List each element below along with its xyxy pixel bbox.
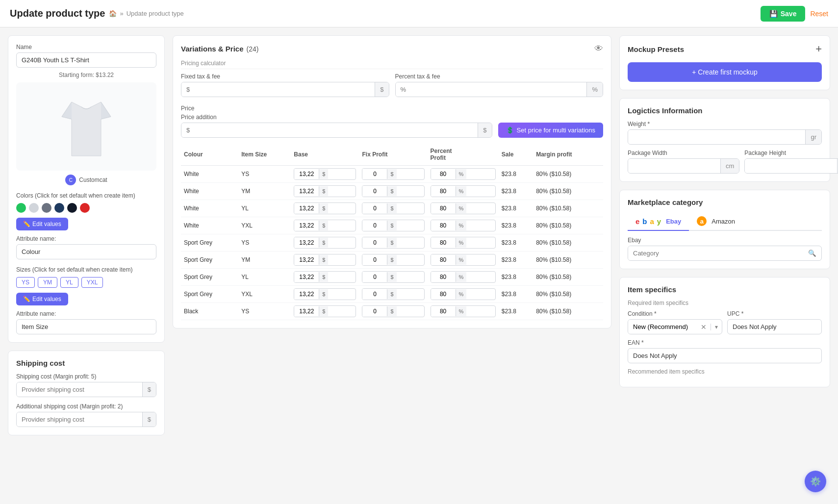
shipping-cost-input[interactable] xyxy=(17,382,142,397)
search-button[interactable]: 🔍 xyxy=(803,246,821,260)
cell-base[interactable]: $ xyxy=(291,303,359,320)
set-price-button[interactable]: 💲 Set price for multi variations xyxy=(498,123,603,138)
save-button[interactable]: 💾 Save xyxy=(761,6,806,22)
starting-form: Starting form: $13.22 xyxy=(16,72,156,78)
percent-profit-input[interactable] xyxy=(431,237,456,248)
cell-colour: Sport Grey xyxy=(181,269,238,286)
upc-input[interactable] xyxy=(727,319,822,334)
width-input[interactable] xyxy=(628,159,720,173)
fix-profit-input[interactable] xyxy=(362,237,387,248)
cell-percent-profit[interactable]: % xyxy=(428,286,499,303)
tab-amazon[interactable]: a Amazon xyxy=(689,212,743,231)
create-mockup-button[interactable]: + Create first mockup xyxy=(628,62,822,82)
reset-button[interactable]: Reset xyxy=(810,10,828,18)
cell-fix-profit[interactable]: $ xyxy=(359,286,427,303)
fix-profit-input[interactable] xyxy=(362,254,387,265)
cell-fix-profit[interactable]: $ xyxy=(359,200,427,217)
cell-percent-profit[interactable]: % xyxy=(428,269,499,286)
percent-profit-input[interactable] xyxy=(431,169,456,179)
cell-fix-profit[interactable]: $ xyxy=(359,183,427,200)
cell-fix-profit[interactable]: $ xyxy=(359,166,427,183)
size-ym[interactable]: YM xyxy=(38,277,57,288)
cell-base[interactable]: $ xyxy=(291,286,359,303)
percent-profit-input[interactable] xyxy=(431,254,456,265)
fix-profit-input[interactable] xyxy=(362,289,387,300)
fixed-tax-input[interactable] xyxy=(181,82,375,97)
percent-profit-input[interactable] xyxy=(431,220,456,231)
cell-fix-profit[interactable]: $ xyxy=(359,217,427,234)
cell-percent-profit[interactable]: % xyxy=(428,166,499,183)
cell-fix-profit[interactable]: $ xyxy=(359,269,427,286)
base-input[interactable] xyxy=(294,272,319,282)
percent-profit-input[interactable] xyxy=(431,186,456,197)
name-input[interactable] xyxy=(16,52,156,68)
size-yxl[interactable]: YXL xyxy=(81,277,103,288)
base-input[interactable] xyxy=(294,220,319,231)
percent-profit-input[interactable] xyxy=(431,272,456,282)
height-input[interactable] xyxy=(745,159,837,173)
base-input[interactable] xyxy=(294,203,319,214)
cell-sale: $23.8 xyxy=(499,303,533,320)
percent-tax-input[interactable] xyxy=(396,82,587,97)
color-swatch-green[interactable] xyxy=(16,203,26,213)
attribute-name-input[interactable] xyxy=(16,244,156,259)
base-input[interactable] xyxy=(294,186,319,197)
fix-profit-input[interactable] xyxy=(362,306,387,317)
cell-percent-profit[interactable]: % xyxy=(428,217,499,234)
fix-profit-input[interactable] xyxy=(362,186,387,197)
percent-profit-input[interactable] xyxy=(431,203,456,214)
fix-profit-input[interactable] xyxy=(362,272,387,282)
ebay-category-input[interactable] xyxy=(628,246,803,260)
base-input[interactable] xyxy=(294,169,319,179)
color-swatch-navy[interactable] xyxy=(54,203,64,213)
percent-tax-input-wrap: % xyxy=(395,82,604,97)
size-yl[interactable]: YL xyxy=(60,277,78,288)
condition-clear-icon[interactable]: ✕ xyxy=(697,323,711,331)
cell-percent-profit[interactable]: % xyxy=(428,252,499,269)
cell-percent-profit[interactable]: % xyxy=(428,303,499,320)
additional-cost-input-wrap: $ xyxy=(16,412,156,427)
color-swatch-gray[interactable] xyxy=(42,203,51,213)
cell-percent-profit[interactable]: % xyxy=(428,234,499,252)
edit-colors-button[interactable]: ✏️ Edit values xyxy=(16,218,68,230)
add-mockup-button[interactable]: + xyxy=(815,44,822,54)
home-icon[interactable]: 🏠 xyxy=(109,10,117,17)
cell-base[interactable]: $ xyxy=(291,166,359,183)
cell-base[interactable]: $ xyxy=(291,252,359,269)
color-swatch-black[interactable] xyxy=(67,203,77,213)
percent-profit-input[interactable] xyxy=(431,289,456,300)
cell-fix-profit[interactable]: $ xyxy=(359,303,427,320)
cell-base[interactable]: $ xyxy=(291,217,359,234)
base-input[interactable] xyxy=(294,289,319,300)
cell-base[interactable]: $ xyxy=(291,234,359,252)
price-addition-input[interactable] xyxy=(181,123,478,137)
eye-icon-button[interactable]: 👁 xyxy=(594,44,603,54)
cell-base[interactable]: $ xyxy=(291,183,359,200)
left-panel: Name Starting form: $13.22 C Customcat xyxy=(8,35,165,496)
fix-profit-input[interactable] xyxy=(362,203,387,214)
base-input[interactable] xyxy=(294,237,319,248)
color-swatch-lightgray[interactable] xyxy=(29,203,39,213)
percent-profit-input[interactable] xyxy=(431,306,456,317)
cell-fix-profit[interactable]: $ xyxy=(359,252,427,269)
cell-percent-profit[interactable]: % xyxy=(428,200,499,217)
condition-arrow-icon[interactable]: ▾ xyxy=(711,324,722,330)
color-swatch-red[interactable] xyxy=(80,203,90,213)
settings-fab-button[interactable]: ⚙️ xyxy=(805,471,826,492)
cell-base[interactable]: $ xyxy=(291,200,359,217)
fix-profit-input[interactable] xyxy=(362,169,387,179)
fix-profit-input[interactable] xyxy=(362,220,387,231)
weight-input[interactable] xyxy=(628,130,805,144)
tab-ebay[interactable]: e b a y Ebay xyxy=(628,212,689,231)
size-ys[interactable]: YS xyxy=(16,277,35,288)
cell-percent-profit[interactable]: % xyxy=(428,183,499,200)
base-input[interactable] xyxy=(294,306,319,317)
additional-cost-input[interactable] xyxy=(17,412,142,427)
cell-fix-profit[interactable]: $ xyxy=(359,234,427,252)
ean-input[interactable] xyxy=(628,348,822,363)
edit-sizes-button[interactable]: ✏️ Edit values xyxy=(16,293,68,305)
condition-select[interactable]: New (Recommend) Used xyxy=(628,320,697,334)
attribute-name2-input[interactable] xyxy=(16,319,156,334)
base-input[interactable] xyxy=(294,254,319,265)
cell-base[interactable]: $ xyxy=(291,269,359,286)
